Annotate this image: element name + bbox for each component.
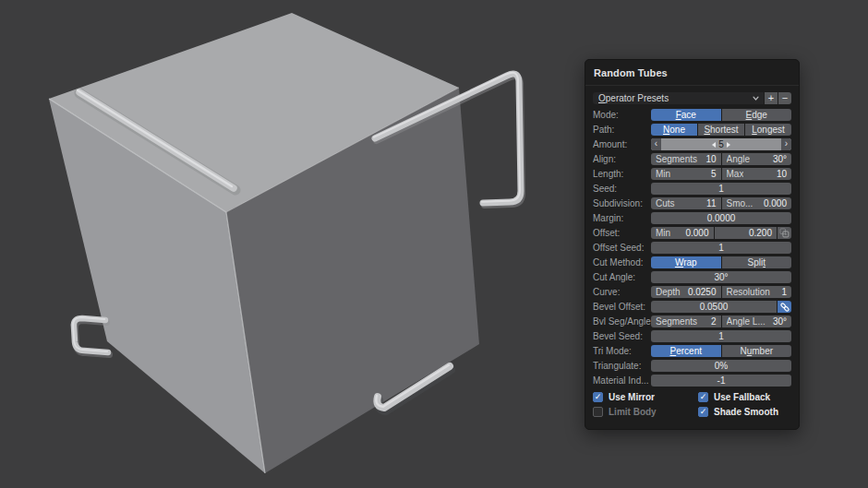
- use-fallback-checkbox[interactable]: Use Fallback: [698, 391, 791, 403]
- bevel-seed-label: Bevel Seed:: [593, 330, 651, 342]
- amount-slider-bar[interactable]: 5: [661, 138, 781, 150]
- operator-presets-label: Operator Presets: [598, 92, 752, 104]
- use-mirror-label: Use Mirror: [609, 391, 655, 403]
- offset-row: Offset: Min0.000 0.200: [593, 227, 791, 239]
- material-index-field[interactable]: -1: [651, 375, 791, 387]
- use-mirror-checkbox-box[interactable]: [593, 392, 603, 402]
- seed-label: Seed:: [593, 183, 651, 195]
- slider-drag-right-icon: [727, 142, 730, 148]
- offset-randomize-button[interactable]: [778, 227, 791, 239]
- tri-mode-percent-button[interactable]: Percent: [651, 345, 721, 357]
- path-label: Path:: [593, 124, 651, 136]
- tri-mode-row: Tri Mode: Percent Number: [593, 345, 791, 357]
- checkbox-row-2: Limit Body Shade Smooth: [593, 405, 791, 418]
- align-segments-field[interactable]: Segments10: [651, 153, 721, 165]
- subdivision-row: Subdivision: Cuts11 Smo...0.000: [593, 197, 791, 209]
- cut-method-label: Cut Method:: [593, 256, 651, 268]
- material-index-row: Material Ind... -1: [593, 375, 791, 387]
- dice-icon: [779, 228, 790, 238]
- bvl-seg-angle-row: Bvl Seg/Angle: Segments2 Angle L...30°: [593, 315, 791, 327]
- slider-increase-arrow-icon[interactable]: ›: [781, 138, 791, 150]
- subdivision-label: Subdivision:: [593, 197, 651, 209]
- shade-smooth-checkbox-box[interactable]: [698, 407, 708, 417]
- triangulate-row: Triangulate: 0%: [593, 360, 791, 372]
- bvl-seg-angle-label: Bvl Seg/Angle:: [593, 315, 651, 327]
- offset-seed-row: Offset Seed: 1: [593, 242, 791, 254]
- bevel-offset-link-button[interactable]: [778, 301, 791, 313]
- cut-angle-field[interactable]: 30°: [651, 271, 791, 283]
- chevron-down-icon: [752, 94, 760, 102]
- align-label: Align:: [593, 153, 651, 165]
- link-icon: [779, 302, 790, 313]
- random-tubes-panel: Random Tubes Operator Presets + −: [585, 59, 800, 430]
- mode-face-button[interactable]: Face: [651, 109, 721, 121]
- operator-presets-dropdown[interactable]: Operator Presets: [593, 92, 764, 104]
- cut-method-wrap-button[interactable]: Wrap: [651, 256, 721, 268]
- length-label: Length:: [593, 168, 651, 180]
- cut-method-split-button[interactable]: Split: [722, 256, 792, 268]
- tri-mode-label: Tri Mode:: [593, 345, 651, 357]
- amount-label: Amount:: [593, 138, 651, 150]
- curve-resolution-field[interactable]: Resolution1: [722, 286, 792, 298]
- amount-slider[interactable]: ‹ 5 ›: [651, 138, 791, 150]
- triangulate-field[interactable]: 0%: [651, 360, 791, 372]
- bevel-offset-row: Bevel Offset: 0.0500: [593, 301, 791, 313]
- path-shortest-button[interactable]: Shortest: [698, 124, 744, 136]
- limit-body-checkbox[interactable]: Limit Body: [593, 406, 698, 418]
- mode-label: Mode:: [593, 109, 651, 121]
- cut-angle-row: Cut Angle: 30°: [593, 271, 791, 283]
- amount-row: Amount: ‹ 5 ›: [593, 138, 791, 150]
- mode-edge-button[interactable]: Edge: [722, 109, 792, 121]
- bevel-segments-field[interactable]: Segments2: [651, 315, 721, 327]
- material-index-label: Material Ind...: [593, 375, 651, 387]
- margin-label: Margin:: [593, 212, 651, 224]
- operator-presets-row: Operator Presets + −: [593, 92, 791, 104]
- path-row: Path: None Shortest Longest: [593, 124, 791, 136]
- bevel-angle-limit-field[interactable]: Angle L...30°: [722, 315, 792, 327]
- remove-preset-button[interactable]: −: [778, 92, 791, 104]
- use-fallback-checkbox-box[interactable]: [698, 392, 708, 402]
- checkbox-row-1: Use Mirror Use Fallback: [593, 390, 791, 403]
- margin-row: Margin: 0.0000: [593, 212, 791, 224]
- curve-label: Curve:: [593, 286, 651, 298]
- bevel-seed-row: Bevel Seed: 1: [593, 330, 791, 342]
- curve-depth-field[interactable]: Depth0.0250: [651, 286, 721, 298]
- use-fallback-label: Use Fallback: [714, 391, 770, 403]
- align-angle-field[interactable]: Angle30°: [722, 153, 792, 165]
- slider-decrease-arrow-icon[interactable]: ‹: [651, 138, 661, 150]
- mode-row: Mode: Face Edge: [593, 109, 791, 121]
- cut-method-row: Cut Method: Wrap Split: [593, 256, 791, 268]
- bevel-offset-field[interactable]: 0.0500: [651, 301, 777, 313]
- path-none-button[interactable]: None: [651, 124, 697, 136]
- seed-row: Seed: 1: [593, 183, 791, 195]
- tri-mode-number-button[interactable]: Number: [722, 345, 792, 357]
- subdivision-cuts-field[interactable]: Cuts11: [651, 197, 721, 209]
- offset-label: Offset:: [593, 227, 651, 239]
- offset-max-field[interactable]: 0.200: [715, 227, 778, 239]
- length-min-field[interactable]: Min5: [651, 168, 721, 180]
- amount-value: 5: [718, 138, 724, 150]
- panel-title: Random Tubes: [585, 60, 799, 85]
- offset-seed-field[interactable]: 1: [651, 242, 791, 254]
- shade-smooth-label: Shade Smooth: [714, 406, 778, 418]
- limit-body-label: Limit Body: [609, 406, 657, 418]
- seed-field[interactable]: 1: [651, 183, 791, 195]
- slider-drag-left-icon: [712, 142, 716, 148]
- length-max-field[interactable]: Max10: [722, 168, 792, 180]
- offset-min-field[interactable]: Min0.000: [651, 227, 714, 239]
- bevel-offset-label: Bevel Offset:: [593, 301, 651, 313]
- bevel-seed-field[interactable]: 1: [651, 330, 791, 342]
- subdivision-smoothness-field[interactable]: Smo...0.000: [722, 197, 792, 209]
- margin-field[interactable]: 0.0000: [651, 212, 791, 224]
- limit-body-checkbox-box[interactable]: [593, 407, 603, 417]
- use-mirror-checkbox[interactable]: Use Mirror: [593, 391, 698, 403]
- path-longest-button[interactable]: Longest: [745, 124, 791, 136]
- shade-smooth-checkbox[interactable]: Shade Smooth: [698, 406, 791, 418]
- curve-row: Curve: Depth0.0250 Resolution1: [593, 286, 791, 298]
- length-row: Length: Min5 Max10: [593, 168, 791, 180]
- cut-angle-label: Cut Angle:: [593, 271, 651, 283]
- align-row: Align: Segments10 Angle30°: [593, 153, 791, 165]
- blender-window: Random Tubes Operator Presets + −: [0, 0, 868, 488]
- add-preset-button[interactable]: +: [765, 92, 778, 104]
- triangulate-label: Triangulate:: [593, 360, 651, 372]
